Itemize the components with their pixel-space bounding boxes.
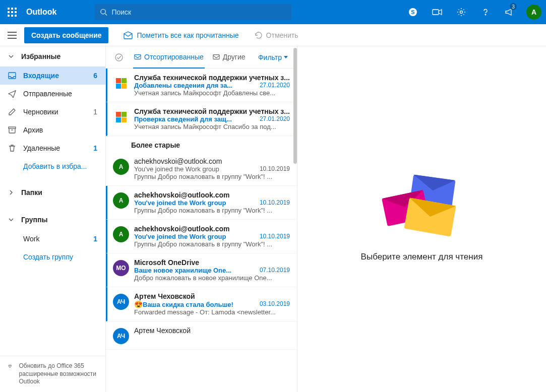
sidebar-item-label: Work [23,235,86,243]
message-body: Microsoft OneDriveВаше новое хранилище O… [134,258,290,282]
reading-pane: Выберите элемент для чтения [297,46,546,392]
notification-badge: 3 [510,3,517,10]
settings-button[interactable] [449,0,473,24]
hamburger-icon [8,32,17,39]
sidebar-add-favorite[interactable]: Добавить в избра... [0,157,105,175]
help-button[interactable] [473,0,498,24]
sidebar-item-count: 1 [93,235,97,243]
sidebar-item-drafts[interactable]: Черновики 1 [0,103,105,121]
message-item[interactable]: АЧАртем Чеховской [106,321,297,350]
mark-all-read-button[interactable]: Пометить все как прочитанные [124,31,238,39]
message-item[interactable]: Aachekhovskoi@outlook.comYou've joined t… [106,186,297,220]
sidebar-item-label: Отправленные [23,90,97,98]
message-date: 10.10.2019 [260,165,290,173]
app-name: Outlook [24,8,65,17]
svg-point-12 [115,54,123,61]
sidebar-item-archive[interactable]: Архив [0,121,105,139]
sidebar-item-group-work[interactable]: Work 1 [0,230,105,248]
message-from: Служба технической поддержки учетных з..… [134,107,290,115]
tab-other[interactable]: Другие [212,46,247,69]
app-launcher[interactable] [0,0,24,24]
sidebar-section-groups[interactable]: Группы [0,210,105,230]
undo-button: Отменить [254,31,298,39]
message-date: 10.10.2019 [260,233,290,240]
inbox-icon [134,53,141,60]
favorites-label: Избранные [21,52,60,60]
sidebar-item-count: 1 [93,144,97,152]
toolbar: Создать сообщение Пометить все как прочи… [0,24,546,46]
sidebar-item-label: Добавить в избра... [23,162,97,170]
message-preview: Группы Добро пожаловать в группу "Work"!… [134,207,290,214]
undo-label: Отменить [266,31,298,39]
diamond-icon [8,362,12,370]
message-date: 03.10.2019 [260,300,290,308]
upgrade-banner[interactable]: Обновить до Office 365 расширенные возмо… [0,356,105,392]
chevron-down-icon [284,56,288,58]
sidebar-section-folders[interactable]: Папки [0,182,105,203]
tab-label: Отсортированные [144,53,204,61]
help-icon [481,8,490,17]
message-from: Артем Чеховской [134,292,290,300]
message-item[interactable]: Служба технической поддержки учетных з..… [106,102,297,136]
avatar: A [526,5,541,20]
message-date: 07.10.2019 [260,267,290,274]
reading-pane-hint: Выберите элемент для чтения [361,252,483,262]
message-item[interactable]: АЧАртем Чеховской😍Ваша скидка стала боль… [106,287,297,321]
message-group-header: Более старые [106,136,297,152]
undo-icon [254,31,262,39]
sidebar-section-favorites[interactable]: Избранные [0,46,105,67]
message-item[interactable]: Служба технической поддержки учетных з..… [106,69,297,102]
message-subject: 😍Ваша скидка стала больше! [134,300,233,308]
upgrade-text: Обновить до Office 365 расширенные возмо… [19,362,97,386]
message-body: Артем Чеховской😍Ваша скидка стала больше… [134,292,290,316]
sidebar-item-inbox[interactable]: Входящие 6 [0,67,105,85]
groups-label: Группы [21,216,47,224]
sidebar-item-label: Черновики [23,108,86,116]
svg-rect-13 [135,54,141,59]
message-avatar: АЧ [113,328,129,344]
folders-label: Папки [21,188,42,197]
sidebar-item-deleted[interactable]: Удаленные 1 [0,139,105,157]
sidebar-create-group[interactable]: Создать группу [0,248,105,266]
search-input[interactable] [111,8,286,16]
message-avatar: МО [113,260,129,276]
select-all[interactable] [110,53,128,62]
skype-button[interactable]: S [401,0,425,24]
message-subject: Добавлены сведения для за... [134,82,232,89]
sidebar-item-label: Создать группу [23,253,97,261]
message-body: achekhovskoi@outlook.comYou've joined th… [134,157,290,180]
nav-toggle[interactable] [0,24,24,46]
search-box[interactable] [95,4,291,20]
message-item[interactable]: МОMicrosoft OneDriveВаше новое хранилище… [106,253,297,287]
svg-rect-10 [9,127,16,128]
message-body: Артем Чеховской [134,326,290,344]
tab-focused[interactable]: Отсортированные [133,46,205,69]
message-avatar [113,109,129,125]
message-from: Microsoft OneDrive [134,258,290,267]
pencil-icon [8,108,16,116]
sidebar-item-label: Удаленные [23,144,86,152]
message-subject: You've joined the Work group [134,165,219,173]
mark-all-read-label: Пометить все как прочитанные [137,31,238,39]
circle-icon [114,53,124,62]
filter-button[interactable]: Фильтр [258,53,288,61]
message-subject: Ваше новое хранилище One... [134,267,231,274]
teams-icon [432,8,442,17]
compose-button[interactable]: Создать сообщение [24,27,108,43]
whatsnew-button[interactable]: 3 [498,0,522,24]
message-body: achekhovskoi@outlook.comYou've joined th… [134,225,290,248]
send-icon [8,90,16,98]
account-button[interactable]: A [522,0,546,24]
filter-label: Фильтр [258,53,282,61]
teams-button[interactable] [425,0,449,24]
message-item[interactable]: Aachekhovskoi@outlook.comYou've joined t… [106,152,297,186]
message-preview: Группы Добро пожаловать в группу "Work"!… [134,240,290,248]
message-avatar: A [113,159,129,175]
message-item[interactable]: Aachekhovskoi@outlook.comYou've joined t… [106,220,297,253]
message-from: achekhovskoi@outlook.com [134,191,290,199]
svg-rect-14 [213,54,219,59]
app-header: Outlook S 3 A [0,0,546,24]
message-body: achekhovskoi@outlook.comYou've joined th… [134,191,290,214]
message-preview: Добро пожаловать в новое хранилище One..… [134,274,290,282]
sidebar-item-sent[interactable]: Отправленные [0,85,105,103]
